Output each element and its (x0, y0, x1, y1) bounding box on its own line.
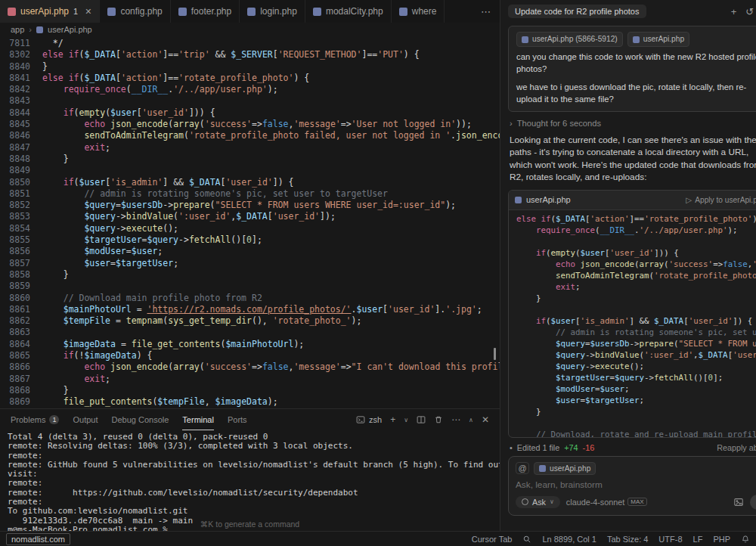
remote-indicator[interactable]: nomadlist.com (6, 533, 70, 545)
new-chat-icon[interactable]: + (731, 6, 737, 17)
code-line[interactable]: 7811 */ (0, 38, 500, 49)
code-block-line: } (516, 406, 756, 417)
apply-button[interactable]: ▷ Apply to userApi.php (686, 196, 756, 204)
code-line[interactable]: 8846 sendToAdminTelegram('rotate_profile… (0, 130, 500, 141)
chat-title-tab[interactable]: Update code for R2 profile photos (508, 5, 646, 18)
code-line[interactable]: 8857 $user=$targetUser; (0, 258, 500, 269)
context-chip[interactable]: userApi.php (627, 32, 689, 47)
tab-list: userApi.php1✕config.phpfooter.phplogin.p… (0, 0, 472, 23)
code-line[interactable]: 8861 $mainPhotoUrl = 'https://r2.nomads.… (0, 304, 500, 315)
code-line[interactable]: 8860 // Download main profile photo from… (0, 293, 500, 304)
code-line[interactable]: 8850 if($user['is_admin'] && $_DATA['use… (0, 177, 500, 188)
problems-badge: 1 (49, 415, 59, 424)
shell-selector[interactable]: zsh (356, 415, 382, 424)
scrollbar-mark[interactable] (494, 348, 496, 360)
code-line[interactable]: 8848 } (0, 154, 500, 165)
code-block-body: else if($_DATA['action']=='rotate_profil… (509, 210, 756, 437)
line-number: 8863 (0, 327, 30, 338)
panel-tab-debug-console[interactable]: Debug Console (112, 409, 169, 430)
edited-label[interactable]: Edited 1 file (517, 443, 559, 452)
code-line[interactable]: 8864 $imageData = file_get_contents($mai… (0, 339, 500, 350)
code-editor[interactable]: 7811 */8302else if($_DATA['action']=='tr… (0, 36, 500, 408)
thought-toggle[interactable]: › Thought for 6 seconds (510, 119, 756, 128)
code-line[interactable]: 8852 $query=$usersDb->prepare("SELECT * … (0, 200, 500, 211)
cursor-position[interactable]: Ln 8899, Col 1 (542, 535, 596, 544)
history-icon[interactable]: ↺ (745, 6, 754, 17)
code-line[interactable]: 8853 $query->bindValue(':user_id',$_DATA… (0, 211, 500, 222)
code-block-filename[interactable]: userApi.php (526, 195, 571, 204)
input-context-chip[interactable]: userApi.php (534, 462, 596, 475)
panel-tab-problems[interactable]: Problems1 (11, 409, 59, 430)
code-line[interactable]: 8843 (0, 95, 500, 107)
chat-input[interactable]: @ userApi.php Ask, learn, brainstorm Ask… (508, 456, 756, 516)
panel-more-icon[interactable]: ⋯ (451, 414, 460, 425)
code-line[interactable]: 8869 file_put_contents($tempFile, $image… (0, 396, 500, 408)
panel-tab-output[interactable]: Output (73, 409, 98, 430)
close-icon[interactable]: ✕ (85, 7, 91, 17)
code-block-line: $targetUser=$query->fetchAll()[0]; (516, 372, 756, 383)
code-line[interactable]: 8866 echo json_encode(array('success'=>f… (0, 361, 500, 373)
tab-where[interactable]: where (392, 0, 445, 23)
send-button[interactable]: ↑ (750, 495, 756, 510)
model-selector[interactable]: claude-4-sonnet MAX (566, 498, 647, 507)
add-context-button[interactable]: @ (516, 462, 529, 474)
eol-status[interactable]: LF (693, 535, 703, 544)
chevron-down-icon[interactable]: ∨ (404, 417, 408, 423)
chat-input-placeholder[interactable]: Ask, learn, brainstorm (516, 479, 756, 490)
code-line[interactable]: 8858 } (0, 269, 500, 281)
search-icon[interactable] (522, 535, 531, 544)
tab-config.php[interactable]: config.php (100, 0, 170, 23)
line-number: 8867 (0, 374, 30, 385)
code-line[interactable]: 8844 if(empty($user['user_id'])) { (0, 107, 500, 119)
terminal-toolbar: zsh + ∨ ⋯ ∧ ✕ (356, 414, 489, 425)
reapply-button[interactable]: Reapply above (717, 443, 756, 452)
code-line[interactable]: 8841else if($_DATA['action']=='rotate_pr… (0, 73, 500, 84)
code-line[interactable]: 8867 exit; (0, 374, 500, 385)
code-block-line: // admin is rotating someone's pic, set … (516, 327, 756, 338)
terminal[interactable]: Total 4 (delta 3), reused 0 (delta 0), p… (0, 430, 500, 531)
code-line[interactable]: 8856 $modUser=$user; (0, 246, 500, 257)
encoding-status[interactable]: UTF-8 (658, 535, 682, 544)
panel-tab-terminal[interactable]: Terminal (182, 409, 214, 430)
more-tabs-icon[interactable]: ⋯ (481, 6, 491, 17)
tab-modalCity.php[interactable]: modalCity.php (305, 0, 392, 23)
breadcrumb-root[interactable]: app (11, 25, 24, 34)
code-line[interactable]: 8865 if(!$imageData) { (0, 350, 500, 361)
user-message-text: we have to i guess download the pic, rot… (516, 82, 756, 106)
code-line[interactable]: 8842 require_once(__DIR__.'/../app/user.… (0, 84, 500, 95)
image-icon[interactable] (733, 497, 744, 507)
tab-userApi.php[interactable]: userApi.php1✕ (0, 0, 100, 23)
line-code: $modUser=$user; (30, 246, 500, 257)
code-line[interactable]: 8845 echo json_encode(array('success'=>f… (0, 119, 500, 130)
code-line[interactable]: 8840} (0, 61, 500, 73)
context-chip-label: userApi.php (643, 34, 684, 45)
language-mode[interactable]: PHP (713, 535, 730, 544)
chevron-up-icon[interactable]: ∧ (469, 417, 473, 423)
code-line[interactable]: 8855 $targetUser=$query->fetchAll()[0]; (0, 234, 500, 246)
tab-size-status[interactable]: Tab Size: 4 (607, 535, 648, 544)
code-line[interactable]: 8847 exit; (0, 142, 500, 154)
code-line[interactable]: 8849 (0, 165, 500, 176)
tab-footer.php[interactable]: footer.php (171, 0, 240, 23)
cursor-tab-status[interactable]: Cursor Tab (472, 535, 513, 544)
code-line[interactable]: 8868 } (0, 385, 500, 396)
bell-icon[interactable] (741, 535, 750, 544)
mode-selector[interactable]: Ask ∨ (516, 496, 560, 508)
code-line[interactable]: 8863 (0, 327, 500, 338)
line-number: 8859 (0, 281, 30, 292)
context-chip[interactable]: userApi.php (5866-5912) (516, 32, 623, 47)
panel-tab-ports[interactable]: Ports (228, 409, 247, 430)
code-line[interactable]: 8854 $query->execute(); (0, 223, 500, 234)
code-line[interactable]: 8302else if($_DATA['action']=='trip' && … (0, 49, 500, 60)
code-line[interactable]: 8862 $tempFile = tempnam(sys_get_temp_di… (0, 315, 500, 327)
code-line[interactable]: 8859 (0, 281, 500, 292)
tab-login.php[interactable]: login.php (240, 0, 305, 23)
code-line[interactable]: 8851 // admin is rotating someone's pic,… (0, 188, 500, 200)
new-terminal-icon[interactable]: + (390, 414, 395, 425)
split-terminal-icon[interactable] (417, 415, 426, 424)
close-panel-icon[interactable]: ✕ (482, 414, 489, 425)
terminal-line: visit: (8, 470, 500, 479)
line-number: 8851 (0, 188, 30, 200)
trash-icon[interactable] (434, 415, 443, 424)
breadcrumb-file[interactable]: userApi.php (48, 25, 92, 34)
